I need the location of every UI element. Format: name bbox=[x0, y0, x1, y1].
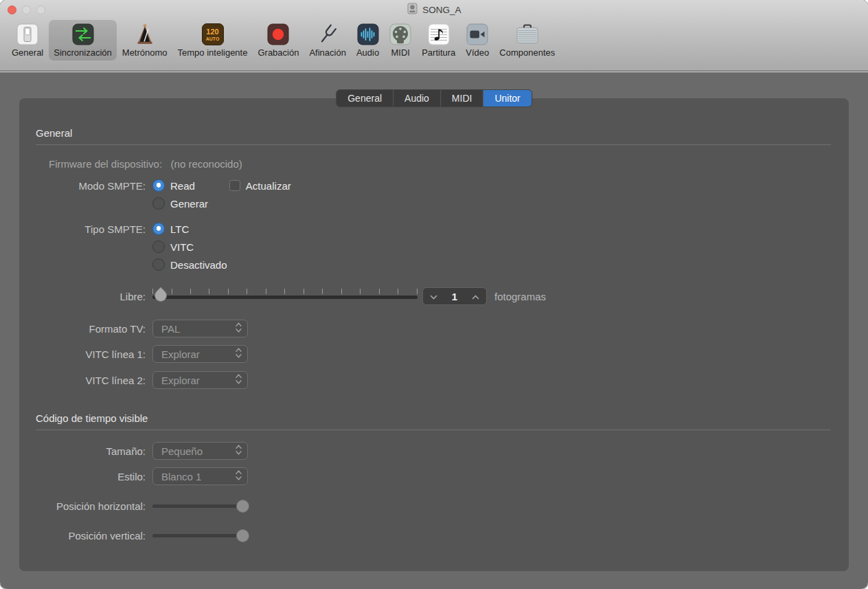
libre-value: 1 bbox=[452, 291, 457, 302]
vitc-linea-2-row: VITC línea 2: Explorar bbox=[19, 371, 849, 389]
window-header: SONG_A General bbox=[0, 0, 868, 71]
vitc-linea-2-label: VITC línea 2: bbox=[19, 375, 146, 386]
toolbar-item-audio[interactable]: Audio bbox=[352, 20, 384, 60]
toolbar-item-partitura[interactable]: Partitura bbox=[417, 20, 460, 60]
titlebar: SONG_A bbox=[0, 0, 868, 19]
record-icon bbox=[267, 22, 289, 47]
radio-read[interactable] bbox=[152, 179, 165, 192]
tempo-badge-auto: AUTO bbox=[206, 36, 220, 41]
formato-tv-label: Formato TV: bbox=[19, 323, 146, 335]
tab-unitor[interactable]: Unitor bbox=[483, 90, 531, 107]
toolbar-item-midi[interactable]: MIDI bbox=[385, 20, 416, 60]
firmware-label: Firmware del dispositivo: bbox=[49, 158, 162, 170]
music-note-icon bbox=[428, 22, 450, 47]
toolbar-item-componentes[interactable]: Componentes bbox=[494, 20, 560, 60]
tamano-value: Pequeño bbox=[161, 445, 236, 457]
toolbar-item-label: Metrónomo bbox=[122, 47, 168, 58]
checkbox-actualizar[interactable] bbox=[229, 180, 240, 191]
formato-tv-row: Formato TV: PAL bbox=[19, 320, 849, 337]
slider-thumb[interactable] bbox=[236, 500, 249, 513]
formato-tv-value: PAL bbox=[161, 323, 236, 335]
light-switch-icon bbox=[16, 22, 38, 47]
toolbar-item-sincronizacion[interactable]: Sincronización bbox=[49, 20, 117, 60]
toolbar-item-label: Componentes bbox=[499, 47, 555, 58]
estilo-row: Estilo: Blanco 1 bbox=[19, 467, 849, 485]
vitc-linea-1-row: VITC línea 1: Explorar bbox=[19, 345, 849, 363]
estilo-popup[interactable]: Blanco 1 bbox=[152, 467, 248, 485]
popup-chevrons-icon bbox=[236, 445, 242, 458]
tab-midi[interactable]: MIDI bbox=[440, 90, 483, 107]
preferences-window: SONG_A General bbox=[0, 0, 868, 589]
tab-audio[interactable]: Audio bbox=[393, 90, 440, 107]
settings-panel: General Firmware del dispositivo: (no re… bbox=[19, 98, 849, 571]
tamano-popup[interactable]: Pequeño bbox=[152, 442, 248, 460]
toolbar-item-label: Grabación bbox=[258, 47, 299, 58]
toolbar-item-label: Partitura bbox=[422, 47, 455, 58]
radio-ltc-label: LTC bbox=[170, 223, 189, 235]
stepper-up-icon[interactable] bbox=[472, 290, 479, 302]
slider-track[interactable] bbox=[152, 296, 418, 299]
estilo-label: Estilo: bbox=[19, 471, 146, 482]
radio-read-label: Read bbox=[170, 180, 195, 192]
checkbox-actualizar-label: Actualizar bbox=[246, 180, 291, 192]
toolbar-item-tempo-inteligente[interactable]: 120 AUTO Tempo inteligente bbox=[173, 20, 253, 60]
slider-track[interactable] bbox=[152, 504, 249, 508]
toolbar-item-label: Vídeo bbox=[466, 47, 489, 58]
tuning-fork-icon bbox=[317, 22, 339, 47]
popup-chevrons-icon bbox=[236, 374, 242, 387]
tab-bar: General Audio MIDI Unitor bbox=[336, 89, 532, 107]
tipo-smpte-label: Tipo SMPTE: bbox=[19, 222, 146, 235]
tamano-row: Tamaño: Pequeño bbox=[19, 442, 849, 460]
slider-ticks bbox=[152, 289, 418, 294]
popup-chevrons-icon bbox=[236, 348, 242, 361]
section-divider bbox=[36, 144, 831, 145]
toolbar-item-label: Tempo inteligente bbox=[178, 47, 248, 58]
document-proxy-icon bbox=[407, 3, 418, 17]
tipo-smpte-row: Tipo SMPTE: LTC VITC Desactivado bbox=[19, 222, 849, 271]
radio-desactivado[interactable] bbox=[152, 258, 165, 271]
toolbar-item-label: Audio bbox=[356, 47, 379, 58]
tab-general[interactable]: General bbox=[336, 90, 393, 107]
content-area: General Audio MIDI Unitor General Firmwa… bbox=[0, 72, 868, 589]
tempo-badge-value: 120 bbox=[206, 28, 218, 36]
toolbar-item-general[interactable]: General bbox=[7, 20, 48, 60]
toolbar-item-afinacion[interactable]: Afinación bbox=[304, 20, 350, 60]
radio-ltc[interactable] bbox=[152, 223, 165, 235]
radio-vitc[interactable] bbox=[152, 241, 165, 253]
radio-generar-label: Generar bbox=[170, 198, 208, 210]
toolbar-item-label: Sincronización bbox=[54, 47, 112, 58]
posicion-horizontal-label: Posición horizontal: bbox=[19, 500, 146, 512]
slider-track[interactable] bbox=[152, 534, 249, 537]
posicion-vertical-row: Posición vertical: bbox=[19, 529, 849, 542]
libre-slider[interactable] bbox=[152, 286, 418, 307]
slider-thumb[interactable] bbox=[236, 529, 249, 542]
estilo-value: Blanco 1 bbox=[161, 471, 236, 482]
posicion-horizontal-slider[interactable] bbox=[152, 500, 249, 513]
sync-arrows-icon bbox=[72, 22, 94, 47]
vitc-linea-1-popup[interactable]: Explorar bbox=[152, 345, 248, 363]
tamano-label: Tamaño: bbox=[19, 445, 146, 457]
posicion-vertical-slider[interactable] bbox=[152, 529, 249, 542]
midi-din-icon bbox=[389, 22, 411, 47]
formato-tv-popup[interactable]: PAL bbox=[152, 320, 248, 337]
toolbar: General Sincronización bbox=[0, 19, 868, 71]
posicion-horizontal-row: Posición horizontal: bbox=[19, 500, 849, 513]
title-area: SONG_A bbox=[0, 0, 868, 19]
posicion-vertical-label: Posición vertical: bbox=[19, 530, 146, 542]
modo-smpte-row: Modo SMPTE: Read Actualizar G bbox=[19, 179, 849, 210]
stepper-down-icon[interactable] bbox=[430, 290, 437, 302]
radio-desactivado-label: Desactivado bbox=[170, 259, 227, 271]
section-title-general: General bbox=[36, 127, 831, 141]
video-camera-icon bbox=[466, 22, 488, 47]
vitc-linea-2-value: Explorar bbox=[161, 375, 236, 386]
smart-tempo-icon: 120 AUTO bbox=[202, 22, 224, 47]
toolbar-item-video[interactable]: Vídeo bbox=[461, 20, 494, 60]
toolbar-item-metronomo[interactable]: Metrónomo bbox=[117, 20, 172, 60]
metronome-icon bbox=[134, 22, 156, 47]
libre-row: Libre: 1 foto bbox=[19, 286, 849, 307]
vitc-linea-2-popup[interactable]: Explorar bbox=[152, 371, 248, 389]
toolbar-item-label: General bbox=[12, 47, 43, 58]
toolbar-item-grabacion[interactable]: Grabación bbox=[253, 20, 304, 60]
libre-stepper[interactable]: 1 bbox=[422, 287, 487, 305]
radio-generar[interactable] bbox=[152, 197, 165, 210]
